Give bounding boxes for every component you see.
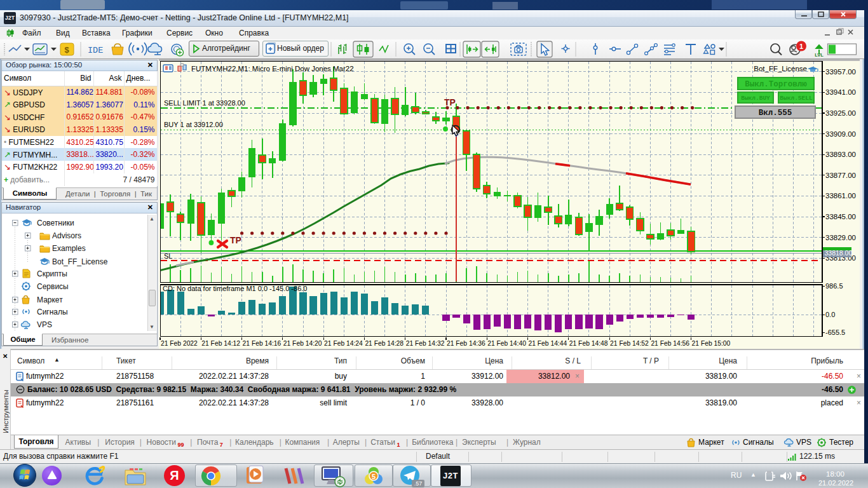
svg-text:Выкл.BUY: Выкл.BUY xyxy=(741,95,770,102)
svg-text:21 Feb 14:52: 21 Feb 14:52 xyxy=(610,340,649,347)
svg-text:21 Feb 14:40: 21 Feb 14:40 xyxy=(487,340,526,347)
svg-text:33845.00: 33845.00 xyxy=(825,213,856,220)
svg-text:CD: No data for timeframe M1 0: CD: No data for timeframe M1 0.0 -145.0 … xyxy=(163,285,307,292)
svg-text:33877.00: 33877.00 xyxy=(825,172,856,179)
svg-text:33941.00: 33941.00 xyxy=(825,88,856,96)
svg-text:0.0: 0.0 xyxy=(825,311,835,318)
svg-text:TP: TP xyxy=(230,235,241,245)
svg-text:LVL: LVL xyxy=(815,52,824,58)
svg-text:33893.00: 33893.00 xyxy=(825,151,856,158)
svg-text:21 Feb 14:24: 21 Feb 14:24 xyxy=(324,340,363,347)
svg-text:986.5: 986.5 xyxy=(825,282,843,290)
svg-text:21 Feb 2022: 21 Feb 2022 xyxy=(161,340,198,347)
svg-text:33818.00: 33818.00 xyxy=(825,249,853,257)
svg-text:SL: SL xyxy=(164,252,172,260)
svg-text:SELL LIMIT 1 at 33928.00: SELL LIMIT 1 at 33928.00 xyxy=(164,99,245,107)
svg-text:-655.5: -655.5 xyxy=(825,329,845,336)
svg-text:.57: .57 xyxy=(414,480,423,487)
svg-text:FUTMYMH22,M1: Micro E-mini Dow: FUTMYMH22,M1: Micro E-mini Dow Jones Mar… xyxy=(191,65,354,72)
svg-text:33925.00: 33925.00 xyxy=(825,109,856,117)
svg-text:33861.00: 33861.00 xyxy=(825,192,856,200)
svg-text:Выкл.Торговлю: Выкл.Торговлю xyxy=(745,80,807,89)
svg-text:21 Feb 15:00: 21 Feb 15:00 xyxy=(692,340,731,347)
svg-text:21 Feb 14:56: 21 Feb 14:56 xyxy=(651,340,689,347)
svg-text:21 Feb 14:20: 21 Feb 14:20 xyxy=(283,340,322,347)
svg-text:21 Feb 14:36: 21 Feb 14:36 xyxy=(447,340,485,347)
svg-text:5: 5 xyxy=(372,473,376,480)
svg-text:21 Feb 14:28: 21 Feb 14:28 xyxy=(365,340,403,347)
svg-text:TP: TP xyxy=(444,97,456,107)
svg-text:1: 1 xyxy=(799,43,803,50)
svg-text:21 Feb 14:16: 21 Feb 14:16 xyxy=(243,340,281,347)
svg-text:Вкл.555: Вкл.555 xyxy=(759,109,792,118)
svg-text:BUY 1 at 33912.00: BUY 1 at 33912.00 xyxy=(164,121,223,128)
svg-text:Выкл.SELL: Выкл.SELL xyxy=(780,95,813,102)
svg-text:21 Feb 14:12: 21 Feb 14:12 xyxy=(201,340,240,347)
svg-text:21 Feb 14:44: 21 Feb 14:44 xyxy=(529,340,567,347)
svg-text:21 Feb 14:32: 21 Feb 14:32 xyxy=(406,340,445,347)
svg-text:33957.00: 33957.00 xyxy=(825,68,856,76)
svg-text:33829.00: 33829.00 xyxy=(825,234,856,241)
svg-text:21 Feb 14:48: 21 Feb 14:48 xyxy=(569,340,608,347)
svg-text:Bot_FF_License: Bot_FF_License xyxy=(754,65,807,72)
svg-text:33909.00: 33909.00 xyxy=(825,130,856,138)
